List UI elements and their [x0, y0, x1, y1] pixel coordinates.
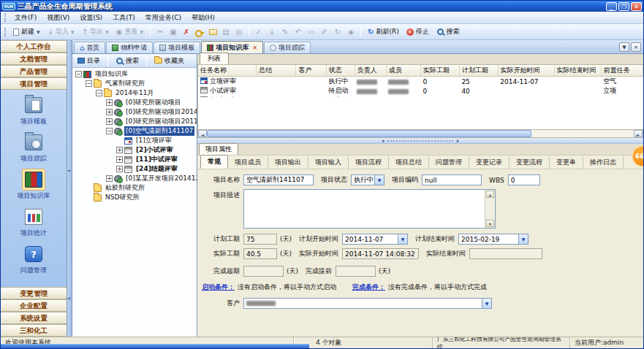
stop-button[interactable]: ✕ 停止 [403, 26, 433, 38]
tab[interactable]: 项目跟踪 [264, 42, 311, 53]
scrollbar-thumb[interactable] [207, 130, 531, 137]
panel-splitter[interactable]: ▲ ▲ [197, 138, 643, 144]
chevron-down-icon[interactable]: ▼ [482, 299, 491, 308]
properties-tab[interactable]: 项目流程 [349, 156, 389, 169]
expander-icon[interactable]: − [96, 90, 102, 96]
column-header[interactable]: 前置任务 [601, 65, 643, 77]
close-button[interactable]: ✕ [631, 2, 642, 11]
column-header[interactable]: 实际开始时间 [498, 65, 554, 77]
wbs-input[interactable] [508, 174, 540, 185]
scroll-down-icon[interactable]: ▼ [486, 220, 494, 227]
expander-icon[interactable]: − [75, 71, 82, 77]
overdue-input[interactable] [243, 266, 284, 277]
view-button[interactable]: ◉ 查看▼ [113, 26, 147, 38]
actual-start-input[interactable] [342, 248, 419, 259]
scrollbar-track[interactable] [207, 130, 634, 137]
tab-list-dropdown-button[interactable]: ▼ [619, 42, 629, 52]
tab[interactable]: 项目模板 [154, 42, 200, 53]
actual-end-input[interactable] [469, 248, 542, 259]
column-header[interactable]: 实际工期 [420, 65, 459, 77]
properties-tab[interactable]: 变更流程 [509, 156, 550, 169]
minimize-button[interactable]: _ [606, 2, 617, 11]
menu-item[interactable]: 工具(T) [107, 12, 140, 23]
column-header[interactable]: 负责人 [355, 65, 386, 77]
menu-item[interactable]: 常用业务(C) [140, 12, 186, 23]
chevron-down-icon[interactable]: ▼ [374, 175, 384, 185]
properties-tab[interactable]: 常规 [200, 155, 228, 169]
new-button[interactable]: 新建▼ [10, 26, 44, 38]
tab[interactable]: 物料申请 [106, 42, 153, 53]
approve-button[interactable]: ✓ [252, 26, 265, 38]
sidebar-splitter[interactable]: ◄ ◄ [67, 40, 72, 337]
scroll-right-button[interactable]: ► [634, 130, 643, 137]
column-header[interactable]: 总结 [257, 65, 296, 77]
properties-tab[interactable]: 变更单 [550, 156, 583, 169]
restore-button[interactable]: ❐ [618, 2, 629, 11]
tree-node[interactable]: +[24]结题评审 [72, 164, 197, 174]
project-name-input[interactable] [243, 174, 314, 185]
tab-close-button[interactable]: ✕ [631, 42, 641, 52]
column-header[interactable]: 实际结束时间 [554, 65, 601, 77]
download-button[interactable]: ↓ [265, 26, 279, 38]
sidebar-section[interactable]: 项目管理 [1, 77, 67, 90]
start-condition-link[interactable]: 启动条件： [202, 283, 235, 292]
sidebar-section[interactable]: 文档管理 [1, 53, 67, 65]
link-button[interactable]: ◎ [232, 26, 246, 38]
properties-tab[interactable]: 项目总结 [389, 156, 429, 169]
planned-duration-input[interactable] [243, 234, 277, 245]
tree-node[interactable]: +[0]某某开发项目201412 [72, 174, 197, 183]
tree-node[interactable]: +[0]研究所驱动项目20111050 [72, 117, 197, 126]
column-header[interactable]: 状态 [326, 65, 355, 77]
scroll-up-icon[interactable]: ▲ [486, 191, 494, 198]
tree-toolbar-button[interactable]: 目录 [75, 55, 103, 66]
sidebar-section[interactable]: 个人工作台 [1, 40, 67, 53]
menu-item[interactable]: 文件(F) [10, 12, 42, 23]
tree-node[interactable]: +[11]中试评审 [72, 155, 197, 164]
tree-node[interactable]: −2014年11月 [72, 88, 197, 98]
tree-toolbar-button[interactable]: 收藏夹 [151, 55, 187, 66]
sidebar-section[interactable]: 企业配置 [1, 299, 67, 312]
tree-node[interactable]: +[2]小试评审 [72, 145, 197, 155]
sidebar-item[interactable]: ?问题管理 [1, 243, 67, 275]
properties-tab[interactable]: 项目输出 [268, 156, 308, 169]
sidebar-section[interactable]: 系统设置 [1, 312, 67, 324]
tree-node[interactable]: −项目知识库 [72, 69, 197, 79]
expander-icon[interactable]: − [106, 128, 113, 134]
tree-node[interactable]: −[0]空气清新剂141107 [72, 126, 197, 136]
textarea-scrollbar[interactable]: ▲ ▼ [485, 190, 495, 228]
horizontal-scrollbar[interactable]: ◄ ► [197, 129, 643, 138]
edit-button[interactable]: ✎ [279, 26, 292, 38]
planned-end-date-select[interactable]: 2015-02-19 ▼ [458, 234, 529, 245]
project-status-select[interactable]: 执行中 ▼ [351, 174, 384, 185]
properties-tab[interactable]: 操作日志 [583, 156, 624, 169]
menu-item[interactable]: 设置(S) [75, 12, 107, 23]
expander-icon[interactable]: + [106, 118, 113, 125]
send-button[interactable] [206, 26, 219, 38]
tab-project-properties[interactable]: 项目属性 [199, 143, 238, 155]
column-header[interactable]: 任务名称 [198, 65, 257, 77]
sidebar-item[interactable]: 项目统计 [1, 206, 67, 238]
stamp-button[interactable]: ◈ [344, 26, 357, 38]
tab-close-icon[interactable]: ✕ [252, 45, 257, 51]
expander-icon[interactable]: + [116, 156, 123, 163]
tree-node[interactable]: NSD研究所 [72, 193, 197, 202]
customer-select[interactable]: ▼ [243, 298, 492, 309]
project-code-input[interactable] [422, 174, 482, 185]
refresh-button[interactable]: ↻ 刷新(R) [364, 26, 403, 38]
scroll-left-button[interactable]: ◄ [198, 130, 207, 137]
ahead-input[interactable] [336, 266, 376, 277]
expander-icon[interactable]: + [106, 109, 113, 115]
import-button[interactable]: ↓ 导入▼ [44, 26, 78, 38]
delete-button[interactable]: ✗ [180, 26, 193, 38]
tree-node[interactable]: −气雾剂研究所 [72, 79, 197, 88]
column-header[interactable]: 成员 [386, 65, 420, 77]
finish-condition-link[interactable]: 完成条件： [352, 283, 385, 292]
menu-item[interactable]: 视图(V) [42, 12, 75, 23]
undo-button[interactable]: ↶ [292, 26, 305, 38]
actual-duration-input[interactable] [243, 248, 277, 259]
sidebar-section[interactable]: 变更管理 [1, 287, 67, 299]
properties-tab[interactable]: 变更记录 [469, 156, 509, 169]
sidebar-section[interactable]: 三和化工 [1, 324, 67, 337]
sidebar-item[interactable]: 项目知识库 [1, 169, 67, 201]
expander-icon[interactable]: + [106, 99, 113, 106]
